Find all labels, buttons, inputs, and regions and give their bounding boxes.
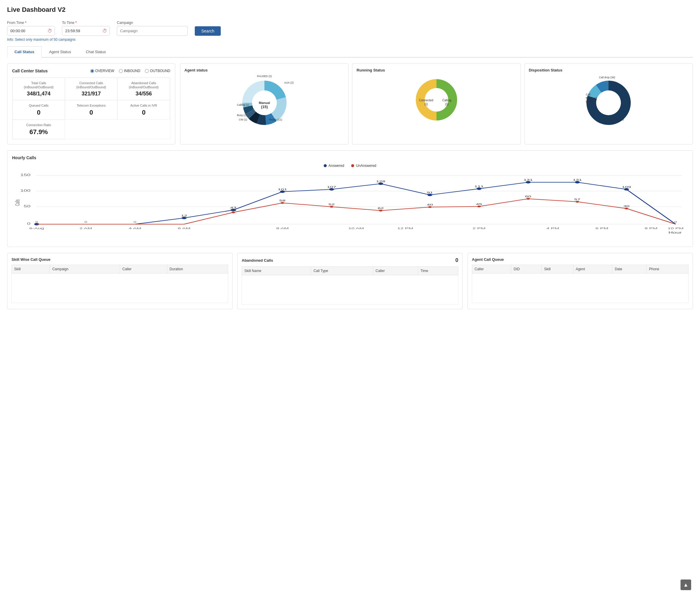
to-time-group: To Time * ⏱ bbox=[62, 21, 110, 36]
stat-active-ivr: Active Calls in IVR 0 bbox=[118, 100, 170, 120]
dot-answered-8 bbox=[427, 194, 432, 196]
label-paused: PAUSED (2) bbox=[257, 75, 272, 78]
dot-unanswered-6 bbox=[330, 206, 333, 208]
x-10pm: 10 PM bbox=[668, 227, 683, 230]
val-unans-62: 62 bbox=[378, 207, 384, 210]
running-status-chart-card: Running Status Connected (1) Calling bbox=[352, 64, 521, 144]
col-time: Time bbox=[418, 267, 458, 275]
zero-2: 0 bbox=[84, 221, 87, 223]
tab-call-status[interactable]: Call Status bbox=[7, 46, 42, 57]
val-128: 128 bbox=[376, 180, 385, 183]
radio-overview[interactable]: OVERVIEW bbox=[90, 69, 114, 73]
val-107: 107 bbox=[327, 186, 336, 188]
x-10am: 10 AM bbox=[348, 227, 364, 230]
val-unans-36: 36 bbox=[230, 209, 236, 212]
val-131a: 131 bbox=[524, 178, 533, 181]
val-109: 109 bbox=[622, 186, 631, 188]
stat-telecom-exceptions: Telecom Exceptions 0 bbox=[65, 100, 118, 120]
val-91: 91 bbox=[427, 191, 433, 194]
col-phone: Phone bbox=[647, 265, 689, 273]
skill-wise-thead: Skill Campaign Caller Duration bbox=[12, 265, 228, 273]
agent-call-queue-card: Agent Call Queue Caller DID Skill Agent … bbox=[468, 253, 693, 309]
disposition-status-chart-card: Disposition Status Call drop (36) bbox=[524, 64, 693, 144]
running-status-svg: Connected (1) Calling (1) bbox=[411, 75, 461, 125]
tab-agent-status[interactable]: Agent Status bbox=[42, 46, 78, 57]
dot-unanswered-12 bbox=[625, 208, 628, 210]
abandoned-header-row: Skill Name Call Type Caller Time bbox=[242, 267, 458, 275]
val-unans-60: 60 bbox=[525, 195, 531, 198]
hour-label: Hour bbox=[669, 231, 682, 234]
skill-wise-tbody bbox=[12, 273, 228, 303]
stat-connection-ratio: Connection Ratio 67.9% bbox=[12, 120, 65, 139]
radio-outbound[interactable]: OUTBOUND bbox=[145, 69, 170, 73]
charts-area: Agent status bbox=[180, 64, 693, 144]
val-unans-30: 30 bbox=[623, 205, 629, 208]
abandoned-thead: Skill Name Call Type Caller Time bbox=[242, 267, 458, 275]
answered-line bbox=[36, 182, 675, 224]
to-time-clock-icon[interactable]: ⏱ bbox=[102, 28, 107, 34]
empty-row-acq bbox=[472, 273, 689, 303]
donut-center-value: (15) bbox=[261, 104, 268, 109]
dot-unanswered-8 bbox=[428, 206, 431, 208]
from-time-wrap: ⏱ bbox=[7, 26, 55, 36]
skill-wise-queue-card: Skill Wise Call Queue Skill Campaign Cal… bbox=[7, 253, 232, 309]
label-calling-r-val: (1) bbox=[445, 102, 449, 106]
radio-inbound[interactable]: INBOUND bbox=[119, 69, 140, 73]
x-2am: 2 AM bbox=[79, 227, 92, 230]
agent-call-queue-header-row: Caller DID Skill Agent Date Phone bbox=[472, 265, 689, 273]
label-calling: Calling (1) bbox=[237, 103, 249, 106]
val-101: 101 bbox=[278, 188, 287, 191]
y-0: 0 bbox=[27, 222, 31, 225]
dot-unanswered-5 bbox=[281, 202, 284, 204]
legend-answered: Answered bbox=[324, 164, 344, 168]
legend-unanswered-dot bbox=[351, 164, 354, 167]
agent-call-queue-table: Caller DID Skill Agent Date Phone bbox=[472, 265, 689, 303]
y-100: 100 bbox=[20, 189, 31, 192]
dot-answered-10 bbox=[526, 181, 531, 184]
dot-answered-5 bbox=[280, 191, 285, 193]
hourly-calls-section: Hourly Calls Answered UnAnswered 150 100… bbox=[7, 150, 693, 247]
label-ready: Ready (11) bbox=[269, 118, 282, 121]
from-time-group: From Time * ⏱ bbox=[7, 21, 55, 36]
skill-wise-table: Skill Campaign Caller Duration bbox=[11, 265, 228, 303]
x-6aug: 6-Aug bbox=[29, 227, 44, 230]
from-time-clock-icon[interactable]: ⏱ bbox=[48, 28, 52, 34]
tab-chat-status[interactable]: Chat Status bbox=[78, 46, 113, 57]
abandoned-badge: 0 bbox=[455, 257, 458, 263]
col-duration: Duration bbox=[167, 265, 228, 273]
col-agent: Agent bbox=[573, 265, 612, 273]
zero-1: 0 bbox=[35, 221, 38, 223]
col-date: Date bbox=[612, 265, 647, 273]
dot-answered-12 bbox=[624, 188, 629, 191]
line-chart-svg: 150 100 50 0 Calls bbox=[12, 170, 688, 241]
bottom-section: Skill Wise Call Queue Skill Campaign Cal… bbox=[7, 253, 693, 309]
x-8am: 8 AM bbox=[276, 227, 289, 230]
disposition-status-title: Disposition Status bbox=[529, 68, 562, 72]
skill-wise-title: Skill Wise Call Queue bbox=[11, 257, 228, 262]
label-aux: AUX (2) bbox=[284, 81, 294, 84]
col-campaign: Campaign bbox=[50, 265, 120, 273]
col-call-type: Call Type bbox=[311, 267, 373, 275]
col-did: DID bbox=[511, 265, 542, 273]
scroll-to-top-button[interactable]: ▲ bbox=[680, 579, 691, 590]
x-4pm: 4 PM bbox=[546, 227, 559, 230]
label-call-resolved2: Resolved bbox=[586, 97, 597, 99]
label-cw: CW (1) bbox=[239, 118, 247, 121]
from-time-label: From Time * bbox=[7, 21, 55, 25]
donut-center-label: Manual bbox=[259, 101, 270, 104]
page-title: Live Dashboard V2 bbox=[7, 6, 693, 14]
agent-status-title: Agent status bbox=[184, 68, 208, 72]
y-axis-label: Calls bbox=[14, 199, 21, 206]
donut-hole-disp bbox=[596, 90, 621, 115]
val-unans-45: 45 bbox=[476, 202, 482, 206]
filter-row: From Time * ⏱ To Time * ⏱ Campaign Searc… bbox=[7, 21, 693, 36]
tabs-container: Call Status Agent Status Chat Status bbox=[7, 46, 693, 57]
campaign-input[interactable] bbox=[117, 26, 188, 36]
skill-wise-header-row: Skill Campaign Caller Duration bbox=[12, 265, 228, 273]
agent-call-queue-thead: Caller DID Skill Agent Date Phone bbox=[472, 265, 689, 273]
legend-unanswered: UnAnswered bbox=[351, 164, 376, 168]
agent-call-queue-title: Agent Call Queue bbox=[472, 257, 689, 262]
col-caller-abn: Caller bbox=[373, 267, 418, 275]
agent-call-queue-tbody bbox=[472, 273, 689, 303]
search-button[interactable]: Search bbox=[195, 26, 221, 36]
